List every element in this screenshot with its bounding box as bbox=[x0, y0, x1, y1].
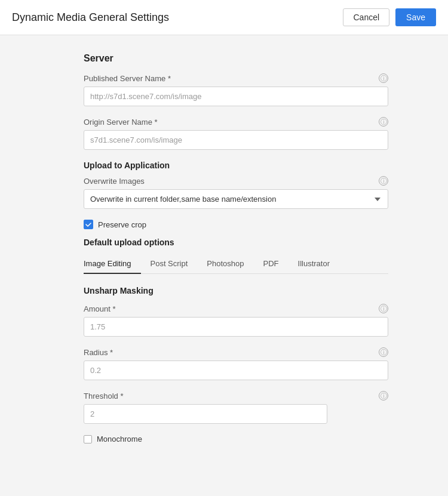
amount-input[interactable] bbox=[84, 317, 388, 337]
published-server-name-group: Published Server Name * ⓘ bbox=[84, 73, 388, 106]
tab-post-script[interactable]: Post Script bbox=[141, 254, 198, 274]
tab-image-editing[interactable]: Image Editing bbox=[84, 254, 141, 274]
published-server-name-info-icon: ⓘ bbox=[379, 73, 388, 83]
threshold-info-icon: ⓘ bbox=[379, 391, 388, 401]
radius-label: Radius * bbox=[84, 348, 113, 357]
origin-server-name-info-icon: ⓘ bbox=[379, 117, 388, 127]
published-server-name-input[interactable] bbox=[84, 87, 388, 106]
page-title: Dynamic Media General Settings bbox=[12, 11, 169, 24]
radius-info-icon: ⓘ bbox=[379, 347, 388, 357]
origin-server-name-input[interactable] bbox=[84, 130, 388, 150]
header-actions: Cancel Save bbox=[343, 8, 436, 26]
tab-illustrator[interactable]: Illustrator bbox=[289, 254, 339, 274]
amount-group: Amount * ⓘ bbox=[84, 304, 388, 337]
save-button[interactable]: Save bbox=[395, 8, 436, 26]
overwrite-images-label-row: Overwrite Images ⓘ bbox=[84, 176, 388, 186]
upload-to-application-heading: Upload to Application bbox=[84, 161, 388, 170]
threshold-label: Threshold * bbox=[84, 392, 123, 401]
origin-server-name-group: Origin Server Name * ⓘ bbox=[84, 117, 388, 150]
overwrite-images-label: Overwrite Images bbox=[84, 177, 145, 186]
monochrome-row: Monochrome bbox=[84, 435, 388, 443]
published-server-name-label-row: Published Server Name * ⓘ bbox=[84, 73, 388, 83]
threshold-label-row: Threshold * ⓘ bbox=[84, 391, 388, 401]
origin-server-name-label-row: Origin Server Name * ⓘ bbox=[84, 117, 388, 127]
main-content: Server Published Server Name * ⓘ Origin … bbox=[0, 35, 448, 470]
tab-pdf[interactable]: PDF bbox=[254, 254, 289, 274]
default-upload-options-heading: Default upload options bbox=[84, 238, 388, 247]
overwrite-images-select[interactable]: Overwrite in current folder,same base na… bbox=[84, 189, 388, 209]
amount-label: Amount * bbox=[84, 304, 115, 313]
origin-server-name-label: Origin Server Name * bbox=[84, 118, 158, 127]
tab-photoshop[interactable]: Photoshop bbox=[197, 254, 253, 274]
cancel-button[interactable]: Cancel bbox=[343, 8, 389, 26]
unsharp-masking-heading: Unsharp Masking bbox=[84, 286, 388, 295]
threshold-group: Threshold * ⓘ bbox=[84, 391, 388, 424]
overwrite-images-group: Overwrite Images ⓘ Overwrite in current … bbox=[84, 176, 388, 209]
radius-input[interactable] bbox=[84, 361, 388, 380]
monochrome-checkbox[interactable] bbox=[84, 435, 92, 443]
monochrome-label: Monochrome bbox=[97, 435, 142, 443]
preserve-crop-row: Preserve crop bbox=[84, 220, 388, 229]
amount-label-row: Amount * ⓘ bbox=[84, 304, 388, 313]
radius-group: Radius * ⓘ bbox=[84, 347, 388, 380]
upload-options-tabs: Image EditingPost ScriptPhotoshopPDFIllu… bbox=[84, 254, 388, 274]
header: Dynamic Media General Settings Cancel Sa… bbox=[0, 0, 448, 35]
preserve-crop-label: Preserve crop bbox=[98, 220, 146, 229]
published-server-name-label: Published Server Name * bbox=[84, 74, 171, 83]
preserve-crop-checkbox[interactable] bbox=[84, 220, 93, 229]
threshold-input[interactable] bbox=[84, 404, 327, 424]
server-heading: Server bbox=[84, 53, 388, 64]
overwrite-images-info-icon: ⓘ bbox=[379, 176, 388, 186]
radius-label-row: Radius * ⓘ bbox=[84, 347, 388, 357]
amount-info-icon: ⓘ bbox=[379, 304, 388, 313]
